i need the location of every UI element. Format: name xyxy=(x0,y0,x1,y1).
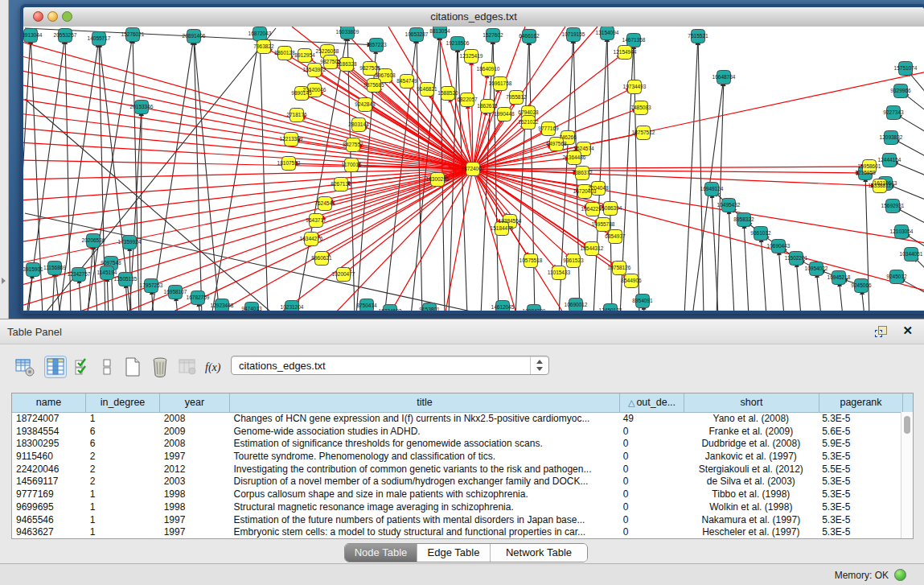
node-label: 2967608 xyxy=(375,72,396,78)
table-cell: Genome-wide association studies in ADHD. xyxy=(230,425,619,438)
node-label: 14671358 xyxy=(622,37,646,43)
node-label: 16344276 xyxy=(300,236,323,241)
tab-node-table[interactable]: Node Table xyxy=(345,544,417,562)
network-edge xyxy=(473,167,862,169)
dropdown-stepper-icon[interactable] xyxy=(530,356,548,374)
column-header-year[interactable]: year xyxy=(160,393,230,412)
network-window-titlebar[interactable]: citations_edges.txt xyxy=(23,7,924,27)
tab-edge-table[interactable]: Edge Table xyxy=(417,544,491,562)
table-cell: 6 xyxy=(86,437,160,450)
node-label: 13505135 xyxy=(114,276,138,282)
column-header-out_de[interactable]: △out_de... xyxy=(620,393,684,412)
float-window-icon[interactable] xyxy=(875,326,887,337)
function-builder-icon[interactable]: f(x) xyxy=(203,356,224,377)
network-edge xyxy=(80,282,81,311)
node-label: 10200477 xyxy=(332,271,355,277)
node-label: 9361523 xyxy=(563,257,584,263)
table-row[interactable]: 946362711997Embryonic stem cells: a mode… xyxy=(12,525,901,538)
new-table-icon[interactable] xyxy=(122,356,143,377)
node-label: 14955788 xyxy=(592,221,615,227)
node-label: 7963822 xyxy=(253,43,274,49)
column-header-short[interactable]: short xyxy=(684,393,819,412)
table-cell: Estimation of significance thresholds fo… xyxy=(230,437,619,450)
tab-network-table[interactable]: Network Table xyxy=(491,544,587,562)
network-edge xyxy=(260,41,268,311)
node-label: 7515521 xyxy=(688,33,708,39)
table-row[interactable]: 2242004622012Investigating the contribut… xyxy=(12,463,901,476)
table-cell: Corpus callosum shape and size in male p… xyxy=(230,488,619,501)
node-label: 19218506 xyxy=(446,40,470,46)
node-label: 20153346 xyxy=(130,104,154,109)
node-label: 6794028 xyxy=(518,109,539,115)
table-settings-icon[interactable] xyxy=(14,356,35,377)
expand-panel-arrow-icon[interactable] xyxy=(2,278,6,284)
table-selector-dropdown[interactable]: citations_edges.txt xyxy=(231,356,549,375)
network-edge xyxy=(23,160,473,169)
column-header-pagerank[interactable]: pagerank xyxy=(819,393,903,412)
table-cell: 9115460 xyxy=(12,450,86,463)
node-label: 21364486 xyxy=(563,154,586,160)
table-row[interactable]: 977716911998Corpus callosum shape and si… xyxy=(12,488,901,501)
node-label: 9227343 xyxy=(883,109,904,115)
node-label: 6466162 xyxy=(519,33,540,39)
table-row[interactable]: 946554611997Estimation of the future num… xyxy=(12,513,901,526)
table-cell: Wolkin et al. (1998) xyxy=(683,501,818,513)
table-cell: 2 xyxy=(86,475,160,488)
table-selector-value: citations_edges.txt xyxy=(239,360,326,372)
close-icon[interactable]: ✕ xyxy=(902,323,913,338)
network-edge xyxy=(698,43,704,311)
node-label: 16338812 xyxy=(869,183,892,188)
network-edge xyxy=(897,142,924,159)
column-header-in_degree[interactable]: in_degree xyxy=(86,393,160,412)
column-header-name[interactable]: name xyxy=(12,393,86,412)
table-cell: 1 xyxy=(86,513,160,526)
table-cell: 5.3E-5 xyxy=(818,501,901,513)
node-label: 19734493 xyxy=(623,84,647,89)
network-edge xyxy=(817,276,821,311)
memory-ok-indicator-icon xyxy=(894,569,906,581)
node-label: 6822057 xyxy=(457,97,478,102)
node-label: 15692931 xyxy=(881,203,905,208)
table-cell: Nakamura et al. (1997) xyxy=(683,513,818,526)
node-label: 15958601 xyxy=(858,163,881,169)
node-label: 9329966 xyxy=(890,88,911,93)
table-cell: 14569117 xyxy=(12,475,86,488)
network-edge xyxy=(717,84,724,311)
node-attribute-table[interactable]: namein_degreeyeartitle△out_de...shortpag… xyxy=(11,393,914,539)
node-label: 20891406 xyxy=(183,33,206,39)
network-canvas[interactable]: 1891304420553257140557171527602120891406… xyxy=(23,27,924,311)
table-row[interactable]: 1872400712008Changes of HCN gene express… xyxy=(12,412,901,425)
network-edge xyxy=(473,169,517,311)
control-panel-collapsed-strip[interactable] xyxy=(0,0,9,319)
table-row[interactable]: 911546021997Tourette syndrome. Phenomeno… xyxy=(12,450,901,463)
node-label: 9245012 xyxy=(886,274,907,279)
table-row[interactable]: 1830029562008Estimation of significance … xyxy=(12,437,901,450)
scrollbar-thumb[interactable] xyxy=(904,416,910,434)
column-header-title[interactable]: title xyxy=(230,393,620,412)
network-desktop: citations_edges.txt 18913044205532571405… xyxy=(9,0,924,319)
node-label: 9242848 xyxy=(355,101,376,107)
table-cell: 0 xyxy=(619,437,684,450)
node-label: 12450122 xyxy=(599,307,622,311)
table-cell: 0 xyxy=(619,488,684,501)
table-cell: 5.6E-5 xyxy=(818,425,901,438)
node-label: 7624544 xyxy=(314,200,335,206)
table-row[interactable]: 1938455462009Genome-wide association stu… xyxy=(12,425,901,438)
node-label: 9153801 xyxy=(419,307,440,311)
network-view-window[interactable]: citations_edges.txt 18913044205532571405… xyxy=(20,4,924,314)
table-row[interactable]: 969969511998Structural magnetic resonanc… xyxy=(12,501,901,513)
node-label: 8427552 xyxy=(343,142,363,147)
select-all-icon[interactable] xyxy=(72,356,93,377)
network-edge xyxy=(906,96,924,115)
table-cell: 9699695 xyxy=(12,501,86,513)
node-label: 18544312 xyxy=(581,245,604,251)
network-edge xyxy=(744,227,749,311)
unselect-all-icon[interactable] xyxy=(97,356,117,377)
node-label: 11156869 xyxy=(43,265,66,270)
network-edge xyxy=(900,117,924,135)
column-visibility-icon[interactable] xyxy=(45,356,66,377)
delete-table-icon[interactable] xyxy=(150,356,170,377)
table-vertical-scrollbar[interactable] xyxy=(901,412,913,538)
node-label: 10575518 xyxy=(519,257,543,263)
table-row[interactable]: 1456911722003Disruption of a novel membe… xyxy=(12,475,901,488)
